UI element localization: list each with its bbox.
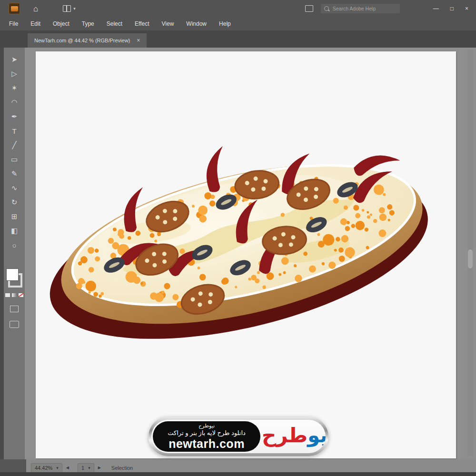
selection-tool[interactable]: ➤: [7, 52, 21, 67]
chevron-down-icon: ▾: [88, 466, 90, 470]
left-edge-strip: [0, 48, 4, 459]
titlebar: ⌂ ▾ — □ ×: [0, 0, 476, 17]
window-controls: — □ ×: [433, 6, 468, 11]
fill-swatch[interactable]: [6, 268, 19, 281]
chevron-down-icon: ▾: [73, 6, 76, 11]
zoom-level-select[interactable]: 44.42% ▾: [31, 463, 62, 473]
illustrator-app-icon-glyph: [11, 6, 18, 11]
workspace-layout-icon[interactable]: [305, 5, 313, 12]
artboard[interactable]: [36, 51, 456, 458]
watermark-badge: نیوطرح دانلود طرح لایه باز بنر و تراکت n…: [149, 417, 328, 456]
rotate-tool[interactable]: ↻: [7, 195, 21, 209]
pizza-illustration[interactable]: [36, 51, 456, 458]
zoom-level-value: 44.42%: [35, 465, 52, 471]
color-mode-buttons: [5, 293, 23, 297]
previous-artboard-button[interactable]: ◀: [66, 466, 69, 470]
vertical-scrollbar-thumb[interactable]: [468, 249, 473, 268]
search-input[interactable]: [332, 5, 386, 12]
status-bar: 44.42% ▾ ◀ 1 ▾ ▶ Selection: [0, 459, 476, 476]
arrange-documents-icon: [63, 5, 71, 12]
gradient-tool[interactable]: ◧: [7, 224, 21, 238]
next-artboard-button[interactable]: ▶: [98, 466, 101, 470]
document-tab-title: NewTarh.com @ 44.42 % (RGB/Preview): [34, 38, 130, 43]
watermark-logo: نیوطرح: [262, 420, 328, 453]
artboard-number: 1: [81, 465, 84, 471]
document-area: ➤▷✶◠✒T╱▭✎∿↻⊞◧○: [0, 48, 476, 459]
magic-wand-tool[interactable]: ✶: [7, 81, 21, 95]
vertical-scrollbar[interactable]: [467, 50, 473, 456]
tab-close-icon[interactable]: ×: [137, 37, 140, 44]
illustrator-app-icon[interactable]: [9, 3, 20, 14]
close-button[interactable]: ×: [465, 6, 468, 11]
menubar: FileEditObjectTypeSelectEffectViewWindow…: [0, 17, 476, 30]
direct-selection-tool[interactable]: ▷: [7, 67, 21, 81]
watermark-logo-red: طرح: [262, 426, 307, 446]
menu-item-file[interactable]: File: [3, 17, 24, 30]
document-tab[interactable]: NewTarh.com @ 44.42 % (RGB/Preview) ×: [28, 33, 147, 48]
illustrator-window: ⌂ ▾ — □ × FileEditObjectTypeSelectEffect…: [0, 0, 476, 476]
document-tab-bar: NewTarh.com @ 44.42 % (RGB/Preview) ×: [0, 30, 476, 48]
watermark-tagline: دانلود طرح لایه باز بنر و تراکت: [168, 429, 246, 437]
watermark-logo-blue: نیو: [307, 426, 328, 446]
watermark-text-panel: نیوطرح دانلود طرح لایه باز بنر و تراکت n…: [153, 421, 260, 452]
lasso-tool[interactable]: ◠: [7, 95, 21, 109]
tools-panel: ➤▷✶◠✒T╱▭✎∿↻⊞◧○: [4, 48, 25, 459]
shaper-tool[interactable]: ∿: [7, 181, 21, 195]
gradient-button[interactable]: [12, 293, 17, 297]
pen-tool[interactable]: ✒: [7, 109, 21, 124]
color-button[interactable]: [5, 293, 10, 297]
search-box[interactable]: [321, 4, 400, 13]
type-tool[interactable]: T: [7, 124, 21, 138]
menu-item-type[interactable]: Type: [76, 17, 100, 30]
menu-item-window[interactable]: Window: [180, 17, 213, 30]
artboard-select[interactable]: 1 ▾: [78, 463, 94, 473]
menu-item-effect[interactable]: Effect: [129, 17, 155, 30]
minimize-button[interactable]: —: [433, 6, 439, 11]
restore-button[interactable]: □: [450, 6, 454, 11]
screen-mode-button[interactable]: [10, 321, 19, 328]
none-button[interactable]: [19, 293, 23, 297]
zoom-tool[interactable]: ○: [7, 238, 21, 252]
chevron-down-icon: ▾: [56, 466, 59, 470]
home-icon[interactable]: ⌂: [33, 5, 38, 13]
search-icon: [324, 6, 329, 11]
line-segment-tool[interactable]: ╱: [7, 138, 21, 152]
rectangle-tool[interactable]: ▭: [7, 152, 21, 167]
menu-item-view[interactable]: View: [156, 17, 180, 30]
menu-item-object[interactable]: Object: [47, 17, 76, 30]
titlebar-right-cluster: — □ ×: [305, 4, 476, 13]
current-tool-label: Selection: [111, 465, 133, 471]
paintbrush-tool[interactable]: ✎: [7, 167, 21, 181]
draw-mode-button[interactable]: [10, 306, 19, 312]
mesh-tool[interactable]: ⊞: [7, 209, 21, 224]
menu-item-select[interactable]: Select: [100, 17, 129, 30]
fill-stroke-swatches[interactable]: [6, 268, 22, 288]
statusbar-bottom-strip: [0, 472, 476, 476]
watermark-site-name: نیوطرح: [198, 423, 215, 429]
menu-item-edit[interactable]: Edit: [24, 17, 47, 30]
arrange-documents-button[interactable]: ▾: [63, 5, 76, 12]
watermark-domain: newtarh.com: [169, 437, 245, 451]
menu-item-help[interactable]: Help: [213, 17, 237, 30]
